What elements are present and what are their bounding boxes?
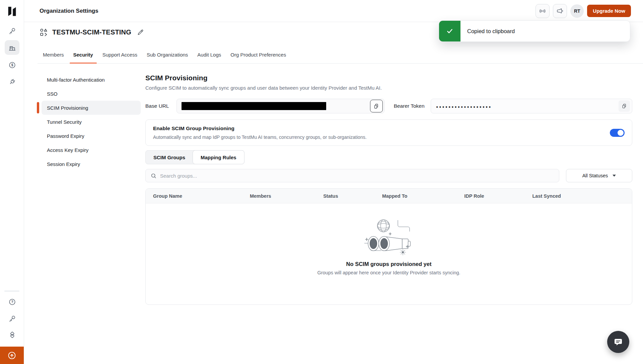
bearer-token-field[interactable]: •••••••••••••••••• (431, 99, 632, 113)
column-last-synced: Last Synced (525, 193, 632, 199)
enable-scim-text: Enable SCIM Group Provisioning Automatic… (153, 125, 367, 140)
subnav-item-tunnel-security[interactable]: Tunnel Security (42, 115, 141, 129)
subnav-item-password-expiry[interactable]: Password Expiry (42, 129, 141, 143)
view-tab-mapping-rules[interactable]: Mapping Rules (193, 150, 244, 164)
chat-widget-button[interactable] (607, 331, 629, 353)
subnav-item-mfa[interactable]: Multi-factor Authentication (42, 73, 141, 87)
enable-scim-title: Enable SCIM Group Provisioning (153, 125, 367, 131)
column-mapped-to: Mapped To (375, 193, 457, 199)
copy-base-url-button[interactable] (370, 100, 383, 112)
group-search (145, 169, 559, 182)
org-shapes-icon (40, 28, 48, 36)
avatar[interactable]: RT (570, 4, 584, 18)
rail-stack-icon[interactable] (5, 328, 19, 342)
copy-icon (373, 103, 379, 109)
arrow-up-circle-icon (7, 351, 16, 360)
view-tab-scim-groups[interactable]: SCIM Groups (146, 151, 193, 164)
rail-divider (4, 291, 19, 291)
edit-org-name-button[interactable] (137, 29, 144, 36)
base-url-label: Base URL (145, 103, 169, 109)
scim-groups-table: Group Name Members Status Mapped To IDP … (145, 188, 632, 305)
base-url-field[interactable] (176, 99, 384, 113)
scim-view-tabs: SCIM Groups Mapping Rules (145, 150, 244, 164)
search-icon (150, 173, 157, 179)
empty-state-title: No SCIM groups provisioned yet (146, 261, 632, 267)
icon-rail: $ ? (0, 0, 24, 364)
toggle-knob (618, 130, 624, 136)
tab-security[interactable]: Security (69, 46, 98, 63)
page-title: Organization Settings (40, 8, 98, 14)
org-header: TESTMU-SCIM-TESTING (40, 28, 144, 36)
tab-sub-organizations[interactable]: Sub Organizations (142, 46, 193, 63)
rail-access-key-icon[interactable] (5, 311, 19, 326)
subnav-item-sso[interactable]: SSO (42, 87, 141, 101)
tab-org-product-preferences[interactable]: Org Product Preferences (226, 46, 291, 63)
app-window: $ ? (0, 0, 643, 364)
group-search-input[interactable] (160, 173, 554, 179)
bearer-token-masked: •••••••••••••••••• (436, 103, 492, 109)
copy-icon (621, 103, 627, 109)
tab-audit-logs[interactable]: Audit Logs (193, 46, 226, 63)
megaphone-icon (556, 7, 564, 15)
pulse-waves-button[interactable] (535, 4, 550, 18)
rail-organization-icon[interactable] (5, 40, 19, 55)
enable-scim-description: Automatically sync and map IdP groups to… (153, 134, 367, 140)
subnav-item-session-expiry[interactable]: Session Expiry (42, 157, 141, 171)
subnav-item-access-key-expiry[interactable]: Access Key Expiry (42, 143, 141, 157)
upgrade-now-button[interactable]: Upgrade Now (587, 5, 631, 17)
rail-key-icon[interactable] (5, 23, 19, 38)
security-subnav: Multi-factor Authentication SSO SCIM Pro… (42, 73, 141, 171)
scim-title: SCIM Provisioning (145, 74, 632, 82)
enable-scim-card: Enable SCIM Group Provisioning Automatic… (145, 119, 632, 146)
product-logo (7, 6, 17, 17)
tab-support-access[interactable]: Support Access (98, 46, 142, 63)
column-group-name: Group Name (146, 193, 242, 199)
scim-credentials-row: Base URL Bearer Token •••••••••••••••••• (145, 99, 632, 113)
copy-bearer-token-button[interactable] (619, 100, 630, 112)
rail-upgrade-block[interactable] (0, 347, 24, 364)
table-body: No SCIM groups provisioned yet Groups wi… (146, 203, 632, 304)
toast-success-accent (439, 21, 460, 41)
pencil-icon (137, 29, 144, 36)
bearer-token-label: Bearer Token (394, 103, 425, 109)
column-members: Members (242, 193, 316, 199)
chat-bubble-icon (613, 337, 624, 347)
column-idp-role: IDP Role (457, 193, 525, 199)
topbar: Organization Settings RT Upgrad (24, 0, 643, 22)
status-filter-dropdown[interactable]: All Statuses (566, 169, 632, 182)
rail-integrations-icon[interactable] (5, 74, 19, 89)
empty-state-subtitle: Groups will appear here once your Identi… (146, 270, 632, 275)
subnav-item-scim-provisioning[interactable]: SCIM Provisioning (42, 101, 141, 115)
empty-state: No SCIM groups provisioned yet Groups wi… (146, 218, 632, 275)
rail-help-icon[interactable]: ? (5, 294, 19, 309)
pulse-waves-icon (539, 7, 546, 15)
check-icon (445, 27, 454, 35)
groups-toolbar: All Statuses (145, 169, 632, 182)
enable-scim-toggle[interactable] (610, 129, 625, 137)
svg-text:$: $ (11, 63, 13, 67)
announcements-button[interactable] (553, 4, 567, 18)
tab-members[interactable]: Members (38, 46, 69, 63)
toast-message: Copied to clipboard (460, 21, 515, 41)
scim-panel: SCIM Provisioning Configure SCIM to auto… (145, 74, 632, 305)
toast-copied: Copied to clipboard (439, 20, 630, 42)
org-tabs: Members Security Support Access Sub Orga… (38, 46, 643, 64)
svg-text:?: ? (11, 300, 13, 303)
column-status: Status (316, 193, 375, 199)
binoculars-illustration (363, 218, 414, 257)
scim-description: Configure SCIM to automatically sync gro… (145, 85, 632, 91)
org-name: TESTMU-SCIM-TESTING (52, 28, 131, 36)
table-header-row: Group Name Members Status Mapped To IDP … (146, 189, 632, 203)
base-url-redacted-value (182, 102, 326, 110)
chevron-down-icon (613, 175, 616, 177)
rail-billing-icon[interactable]: $ (5, 58, 19, 72)
topbar-actions: RT Upgrade Now (535, 4, 631, 18)
status-filter-value: All Statuses (582, 173, 608, 178)
